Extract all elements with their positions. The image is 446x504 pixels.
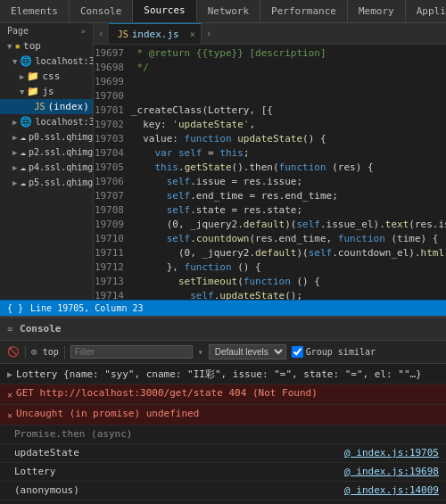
console-toolbar: 🚫 ⊙ top ▾ Default levels Group similar — [0, 341, 446, 364]
expand-arrow-top: ▼ — [7, 42, 12, 51]
code-tab-index-js[interactable]: JS index.js × — [109, 23, 202, 44]
clear-console-button[interactable]: 🚫 — [7, 346, 20, 358]
line-number: 19707 — [94, 189, 124, 203]
code-line[interactable]: key: 'updateState', — [131, 118, 446, 132]
code-line[interactable]: self.end_time = res.end_time; — [131, 189, 446, 203]
code-line[interactable]: }, function () { — [131, 260, 446, 275]
filter-input[interactable] — [70, 345, 193, 359]
cloud-icon-p2: ☁ — [20, 146, 26, 158]
line-number: 19709 — [94, 218, 124, 232]
tab-application[interactable]: Application — [406, 0, 446, 22]
tab-sources[interactable]: Sources — [133, 0, 196, 22]
console-line: ✕GET http://localhost:3000/get/state 404… — [0, 384, 446, 405]
line-number: 19699 — [94, 75, 124, 89]
filter-icon: ⊙ — [31, 346, 37, 358]
console-content[interactable]: ▶Lottery {name: "syy", cname: "II彩", iss… — [0, 364, 446, 504]
line-number: 19698 — [94, 61, 124, 75]
code-line[interactable]: self.updateState(); — [131, 289, 446, 300]
folder-icon-top: ▪ — [14, 40, 21, 52]
line-number: 19708 — [94, 203, 124, 218]
folder-icon-l2: 🌐 — [20, 116, 32, 128]
sidebar-item-p5[interactable]: ▶ ☁ p5.ssl.qhimg.com — [0, 175, 93, 190]
tab-performance[interactable]: Performance — [260, 0, 348, 22]
expand-arrow-l2: ▶ — [12, 118, 17, 127]
line-numbers: 1969719698196991970019701197021970319704… — [94, 45, 131, 300]
code-line[interactable]: self.countdown(res.end_time, function (t… — [131, 232, 446, 246]
tab-nav-left[interactable]: ‹ — [94, 28, 109, 39]
code-line[interactable]: this.getState().then(function (res) { — [131, 161, 446, 175]
sidebar-item-p2[interactable]: ▶ ☁ p2.ssl.qhimg.com — [0, 145, 93, 160]
console-line: updateState@ index.js:19705 — [0, 444, 446, 463]
sidebar-item-index[interactable]: ▶ JS (index) — [0, 99, 93, 114]
code-line[interactable]: */ — [131, 61, 446, 75]
console-line: Promise.then (async) — [0, 426, 446, 444]
expand-arrow-p5: ▶ — [12, 178, 17, 187]
code-line[interactable]: setTimeout(function () { — [131, 275, 446, 289]
line-number: 19713 — [94, 275, 124, 289]
error-icon: ✕ — [7, 409, 12, 423]
group-similar-label[interactable]: Group similar — [292, 346, 376, 358]
code-line[interactable]: _createClass(Lottery, [{ — [131, 103, 446, 118]
console-line: (anonymous)@ index.js:14009 — [0, 482, 446, 500]
file-icon-index: JS — [34, 102, 45, 112]
console-message-text: GET http://localhost:3000/get/state 404 … — [16, 386, 439, 401]
expand-arrow-p0: ▶ — [12, 133, 17, 142]
sidebar-item-css[interactable]: ▶ 📁 css — [0, 69, 93, 84]
code-line[interactable] — [131, 89, 446, 103]
tab-nav-right[interactable]: › — [202, 28, 217, 39]
code-tab-bar: ‹ JS index.js × › — [94, 23, 446, 45]
group-similar-checkbox[interactable] — [292, 346, 303, 358]
cloud-icon-p0: ☁ — [20, 131, 26, 143]
tab-elements[interactable]: Elements — [0, 0, 70, 22]
level-select[interactable]: Default levels — [209, 344, 286, 359]
console-trace-link[interactable]: @ index.js:19705 — [344, 446, 439, 460]
console-drag-handle: ≡ — [7, 324, 12, 334]
console-header: ≡ Console — [0, 318, 446, 341]
console-line: Lottery@ index.js:19698 — [0, 463, 446, 482]
line-number: 19701 — [94, 103, 124, 118]
code-line[interactable]: self.issue = res.issue; — [131, 175, 446, 189]
expand-arrow-p2: ▶ — [12, 148, 17, 157]
code-line[interactable]: * @return {{type}} [description] — [131, 46, 446, 61]
folder-icon-js: 📁 — [27, 86, 39, 97]
code-line[interactable]: value: function updateState() { — [131, 132, 446, 146]
sidebar-item-p0[interactable]: ▶ ☁ p0.ssl.qhimg.com — [0, 129, 93, 145]
expand-arrow-localhost: ▼ — [12, 57, 17, 66]
status-text: Line 19705, Column 23 — [30, 303, 143, 313]
tab-console[interactable]: Console — [70, 0, 133, 22]
error-icon: ✕ — [7, 388, 12, 402]
expand-arrow-icon: ▶ — [7, 368, 12, 382]
toolbar-separator — [25, 346, 26, 359]
sidebar-item-p4[interactable]: ▶ ☁ p4.ssl.qhimg.com — [0, 160, 93, 175]
sidebar-item-localhost35729[interactable]: ▶ 🌐 localhost:35729 — [0, 114, 93, 129]
code-line[interactable] — [131, 75, 446, 89]
cloud-icon-p5: ☁ — [20, 177, 26, 188]
line-number: 19704 — [94, 146, 124, 161]
line-number: 19702 — [94, 118, 124, 132]
sidebar-item-top[interactable]: ▼ ▪ top — [0, 38, 93, 54]
line-number: 19710 — [94, 232, 124, 246]
code-lines[interactable]: * @return {{type}} [description] */ _cre… — [131, 45, 446, 300]
code-line[interactable]: var self = this; — [131, 146, 446, 161]
code-editor: ‹ JS index.js × › 1969719698196991970019… — [94, 23, 446, 300]
status-icon: { } — [7, 303, 23, 313]
console-trace-link[interactable]: @ index.js:14009 — [344, 483, 439, 498]
console-panel: ≡ Console 🚫 ⊙ top ▾ Default levels Group… — [0, 316, 446, 504]
expand-arrow-css: ▶ — [20, 72, 24, 81]
tab-memory[interactable]: Memory — [348, 0, 406, 22]
expand-arrow-p4: ▶ — [12, 163, 17, 172]
code-content[interactable]: 1969719698196991970019701197021970319704… — [94, 45, 446, 300]
sidebar-item-js[interactable]: ▼ 📁 js — [0, 84, 93, 99]
code-line[interactable]: (0, _jquery2.default)(self.countdown_el)… — [131, 246, 446, 260]
console-line: ▶Lottery {name: "syy", cname: "II彩", iss… — [0, 366, 446, 384]
code-line[interactable]: self.state = res.state; — [131, 203, 446, 218]
sidebar-item-localhost3000[interactable]: ▼ 🌐 localhost:3000 — [0, 54, 93, 69]
tab-network[interactable]: Network — [197, 0, 260, 22]
close-tab-button[interactable]: × — [190, 29, 195, 39]
line-number: 19712 — [94, 260, 124, 275]
console-trace-link[interactable]: @ index.js:19698 — [344, 465, 439, 479]
code-line[interactable]: (0, _jquery2.default)(self.issue_el).tex… — [131, 218, 446, 232]
filter-settings-icon: ▾ — [198, 347, 203, 357]
sources-panel: Page » ▼ ▪ top ▼ 🌐 localhost:3000 ▶ 📁 cs… — [0, 23, 446, 300]
console-log-text: Lottery {name: "syy", cname: "II彩", issu… — [16, 368, 439, 382]
